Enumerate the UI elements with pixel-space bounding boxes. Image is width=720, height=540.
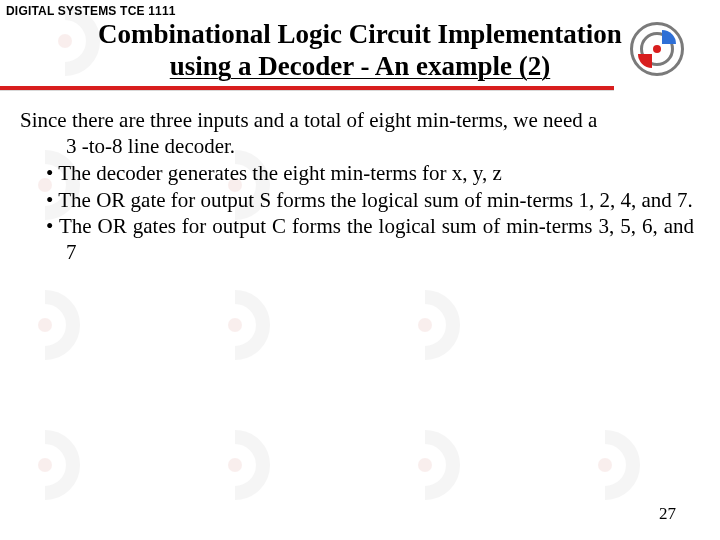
list-item: The OR gates for output C forms the logi… xyxy=(20,214,694,265)
lead-line-2: 3 -to-8 line decoder. xyxy=(20,134,694,160)
title-line-2: using a Decoder - An example (2) xyxy=(170,51,550,81)
body-content: Since there are three inputs and a total… xyxy=(20,108,694,267)
lead-paragraph: Since there are three inputs and a total… xyxy=(20,108,694,159)
title-line-1: Combinational Logic Circuit Implementati… xyxy=(98,19,622,49)
list-item: The decoder generates the eight min-term… xyxy=(20,161,694,187)
bullet-list: The decoder generates the eight min-term… xyxy=(20,161,694,265)
institution-logo xyxy=(630,22,684,76)
title-underline-rule xyxy=(0,86,614,90)
page-number: 27 xyxy=(659,504,676,524)
page-title: Combinational Logic Circuit Implementati… xyxy=(60,18,660,83)
course-label: DIGITAL SYSTEMS TCE 1111 xyxy=(6,4,176,18)
list-item: The OR gate for output S forms the logic… xyxy=(20,188,694,214)
lead-line-1: Since there are three inputs and a total… xyxy=(20,108,597,132)
header: Combinational Logic Circuit Implementati… xyxy=(0,18,720,83)
slide: DIGITAL SYSTEMS TCE 1111 Combinational L… xyxy=(0,0,720,540)
